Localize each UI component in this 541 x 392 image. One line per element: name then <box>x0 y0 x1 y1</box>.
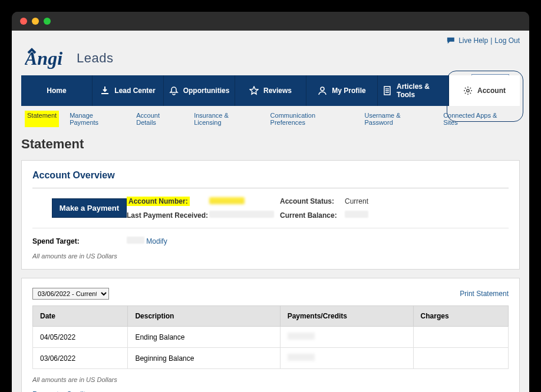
subnav-connected-apps[interactable]: Connected Apps & Sites <box>443 112 513 126</box>
cell-desc: Beginning Balance <box>128 348 280 369</box>
top-links: Live Help | Log Out <box>21 36 520 45</box>
nav-my-profile[interactable]: My Profile <box>306 75 378 106</box>
account-overview-card: Account Overview Account Number: Account… <box>21 160 520 270</box>
subnav-account-details[interactable]: Account Details <box>136 112 181 126</box>
user-icon <box>318 86 327 95</box>
bell-icon <box>169 86 179 95</box>
nav-label: Home <box>47 87 66 95</box>
account-status-label: Account Status: <box>280 197 345 205</box>
col-charges: Charges <box>413 306 508 327</box>
nav-account[interactable]: Account <box>449 75 520 106</box>
window-close-icon[interactable] <box>20 18 27 25</box>
statement-card: 03/06/2022 - Current Print Statement Dat… <box>21 278 520 392</box>
current-balance-label: Current Balance: <box>280 211 345 220</box>
spend-target-label: Spend Target: <box>32 237 127 245</box>
account-number-label: Account Number: <box>127 197 190 206</box>
separator: | <box>490 36 492 45</box>
cell-chg <box>413 327 508 348</box>
live-help-link[interactable]: Live Help <box>458 36 488 45</box>
nav-lead-center[interactable]: Lead Center <box>93 75 164 106</box>
spend-target-value: Modify <box>127 237 209 245</box>
overview-footnote: All amounts are in US Dollars <box>32 253 509 260</box>
angi-logo: Angi <box>25 47 72 69</box>
col-date: Date <box>33 306 128 327</box>
make-payment-button[interactable]: Make a Payment <box>52 198 127 218</box>
cell-pay <box>280 348 413 369</box>
window-titlebar <box>12 12 529 31</box>
cell-pay <box>280 327 413 348</box>
cell-chg <box>413 348 508 369</box>
main-nav: Home Lead Center Opportunities Reviews M… <box>21 75 520 106</box>
document-icon <box>382 86 392 95</box>
last-payment-label: Last Payment Received: <box>127 211 209 220</box>
cell-desc: Ending Balance <box>128 327 280 348</box>
subnav-statement[interactable]: Statement <box>25 111 59 127</box>
svg-point-1 <box>467 89 469 92</box>
table-row: 04/05/2022 Ending Balance <box>33 327 509 348</box>
page-title: Statement <box>21 132 520 160</box>
subnav-communication-prefs[interactable]: Communication Preferences <box>270 112 352 126</box>
nav-label: Articles & Tools <box>397 82 444 99</box>
nav-home[interactable]: Home <box>21 75 93 106</box>
subnav-username-password[interactable]: Username & Password <box>364 112 430 126</box>
overview-grid: Account Number: Account Status: Current … <box>32 197 509 228</box>
page-content: Live Help | Log Out Angi Leads Home Lead… <box>12 31 529 392</box>
nav-label: Account <box>477 87 506 95</box>
window-maximize-icon[interactable] <box>44 18 51 25</box>
download-icon <box>100 86 110 95</box>
nav-label: Opportunities <box>183 87 230 95</box>
browser-frame: Live Help | Log Out Angi Leads Home Lead… <box>12 12 529 392</box>
logout-link[interactable]: Log Out <box>494 36 520 45</box>
subnav-manage-payments[interactable]: Manage Payments <box>70 112 123 126</box>
subnav-insurance-licensing[interactable]: Insurance & Licensing <box>194 112 257 126</box>
cell-date: 04/05/2022 <box>33 327 128 348</box>
spend-target-row: Spend Target: Modify <box>32 237 509 245</box>
current-balance-value <box>345 211 509 220</box>
overview-title: Account Overview <box>32 170 509 188</box>
modify-link[interactable]: Modify <box>146 237 167 245</box>
nav-opportunities[interactable]: Opportunities <box>164 75 235 106</box>
account-status-value: Current <box>345 197 509 205</box>
period-select[interactable]: 03/06/2022 - Current <box>32 288 109 300</box>
sub-nav: Statement Manage Payments Account Detail… <box>21 106 520 132</box>
chat-icon <box>447 37 455 44</box>
cell-date: 03/06/2022 <box>33 348 128 369</box>
nav-label: Reviews <box>263 87 292 95</box>
window-minimize-icon[interactable] <box>32 18 39 25</box>
nav-label: Lead Center <box>114 87 155 95</box>
last-payment-value <box>209 211 280 220</box>
statement-table: Date Description Payments/Credits Charge… <box>32 305 509 369</box>
nav-label: My Profile <box>332 87 365 95</box>
logo-subtitle: Leads <box>77 51 113 66</box>
print-statement-link[interactable]: Print Statement <box>460 290 509 298</box>
star-icon <box>249 86 259 95</box>
col-payments-credits: Payments/Credits <box>280 306 413 327</box>
logo-row: Angi Leads <box>21 45 520 75</box>
account-number-value <box>209 197 280 206</box>
table-row: 03/06/2022 Beginning Balance <box>33 348 509 369</box>
nav-articles-tools[interactable]: Articles & Tools <box>378 75 449 106</box>
gear-icon <box>463 86 473 95</box>
col-description: Description <box>128 306 280 327</box>
statement-footnote: All amounts are in US Dollars <box>32 376 509 383</box>
nav-reviews[interactable]: Reviews <box>235 75 306 106</box>
